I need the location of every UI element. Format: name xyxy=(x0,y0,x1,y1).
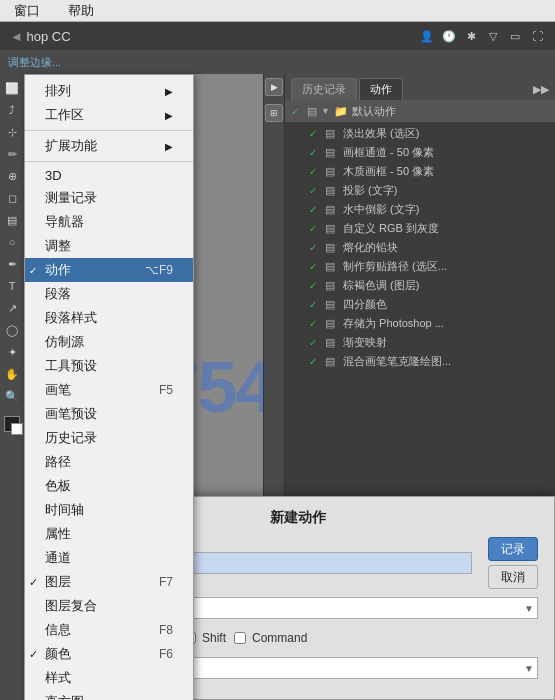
thin-btn-1[interactable]: ▶ xyxy=(265,78,283,96)
thin-btn-2[interactable]: ⊞ xyxy=(265,104,283,122)
doc-7: ▤ xyxy=(325,260,339,273)
check-7: ✓ xyxy=(309,261,321,272)
action-item-0[interactable]: ✓ ▤ 淡出效果 (选区) xyxy=(285,124,555,143)
doc-10: ▤ xyxy=(325,317,339,330)
action-item-1[interactable]: ✓ ▤ 画框通道 - 50 像素 xyxy=(285,143,555,162)
menu-help[interactable]: 帮助 xyxy=(62,0,100,22)
doc-3: ▤ xyxy=(325,184,339,197)
action-label-9: 四分颜色 xyxy=(343,297,387,312)
menu-item-paragraph-style[interactable]: 段落样式 xyxy=(25,306,193,330)
bluetooth-icon: ✱ xyxy=(463,28,479,44)
action-item-7[interactable]: ✓ ▤ 制作剪贴路径 (选区... xyxy=(285,257,555,276)
action-item-9[interactable]: ✓ ▤ 四分颜色 xyxy=(285,295,555,314)
action-label-0: 淡出效果 (选区) xyxy=(343,126,419,141)
actions-panel-header: ✓ ▤ ▼ 📁 默认动作 xyxy=(285,100,555,122)
command-checkbox-row: Command xyxy=(234,631,307,645)
menu-item-histogram[interactable]: 直方图 xyxy=(25,690,193,700)
cancel-button[interactable]: 取消 xyxy=(488,565,538,589)
tool-eraser[interactable]: ◻ xyxy=(2,188,22,208)
person-icon: 👤 xyxy=(419,28,435,44)
menu-item-channels[interactable]: 通道 xyxy=(25,546,193,570)
check-11: ✓ xyxy=(309,337,321,348)
menu-item-tool-presets[interactable]: 工具预设 xyxy=(25,354,193,378)
tool-type[interactable]: T xyxy=(2,276,22,296)
menu-item-layer-comps[interactable]: 图层复合 xyxy=(25,594,193,618)
check-9: ✓ xyxy=(309,299,321,310)
action-label-4: 水中倒影 (文字) xyxy=(343,202,419,217)
action-label-6: 熔化的铅块 xyxy=(343,240,398,255)
tab-history[interactable]: 历史记录 xyxy=(291,78,357,100)
tool-dodge[interactable]: ○ xyxy=(2,232,22,252)
tool-eyedropper[interactable]: ✦ xyxy=(2,342,22,362)
menu-item-color[interactable]: 颜色 F6 xyxy=(25,642,193,666)
app-title: ◄ hop CC xyxy=(10,29,71,44)
header-doc: ▤ xyxy=(307,105,317,118)
action-label-7: 制作剪贴路径 (选区... xyxy=(343,259,447,274)
action-item-3[interactable]: ✓ ▤ 投影 (文字) xyxy=(285,181,555,200)
action-label-11: 渐变映射 xyxy=(343,335,387,350)
menu-item-3d[interactable]: 3D xyxy=(25,165,193,186)
menu-item-timeline[interactable]: 时间轴 xyxy=(25,498,193,522)
action-item-5[interactable]: ✓ ▤ 自定义 RGB 到灰度 xyxy=(285,219,555,238)
app-header: ◄ hop CC 👤 🕐 ✱ ▽ ▭ ⛶ xyxy=(0,22,555,50)
command-checkbox[interactable] xyxy=(234,632,246,644)
menu-item-properties[interactable]: 属性 xyxy=(25,522,193,546)
action-label-10: 存储为 Photoshop ... xyxy=(343,316,444,331)
menu-item-layers[interactable]: 图层 F7 xyxy=(25,570,193,594)
menu-item-clone-source[interactable]: 仿制源 xyxy=(25,330,193,354)
tool-shape[interactable]: ◯ xyxy=(2,320,22,340)
menu-item-paths[interactable]: 路径 xyxy=(25,450,193,474)
check-4: ✓ xyxy=(309,204,321,215)
doc-4: ▤ xyxy=(325,203,339,216)
tool-path[interactable]: ↗ xyxy=(2,298,22,318)
separator-2 xyxy=(25,161,193,162)
menu-item-brush-preset[interactable]: 画笔预设 xyxy=(25,402,193,426)
tool-hand[interactable]: ✋ xyxy=(2,364,22,384)
action-item-2[interactable]: ✓ ▤ 木质画框 - 50 像素 xyxy=(285,162,555,181)
fullscreen-icon[interactable]: ⛶ xyxy=(529,28,545,44)
record-button[interactable]: 记录 xyxy=(488,537,538,561)
menu-item-actions[interactable]: ✓ 动作 ⌥F9 xyxy=(25,258,193,282)
foreground-color[interactable] xyxy=(4,416,20,432)
action-item-10[interactable]: ✓ ▤ 存储为 Photoshop ... xyxy=(285,314,555,333)
action-item-6[interactable]: ✓ ▤ 熔化的铅块 xyxy=(285,238,555,257)
header-icons: 👤 🕐 ✱ ▽ ▭ ⛶ xyxy=(419,28,545,44)
tool-crop[interactable]: ⊹ xyxy=(2,122,22,142)
action-item-8[interactable]: ✓ ▤ 棕褐色调 (图层) xyxy=(285,276,555,295)
menu-item-info[interactable]: 信息 F8 xyxy=(25,618,193,642)
menu-item-paragraph[interactable]: 段落 xyxy=(25,282,193,306)
menu-item-swatches[interactable]: 色板 xyxy=(25,474,193,498)
menu-window[interactable]: 窗口 xyxy=(8,0,46,22)
doc-12: ▤ xyxy=(325,355,339,368)
menu-item-styles[interactable]: 样式 xyxy=(25,666,193,690)
tool-pen[interactable]: ✒ xyxy=(2,254,22,274)
action-item-11[interactable]: ✓ ▤ 渐变映射 xyxy=(285,333,555,352)
tool-brush[interactable]: ✏ xyxy=(2,144,22,164)
action-item-4[interactable]: ✓ ▤ 水中倒影 (文字) xyxy=(285,200,555,219)
adjust-edge-link[interactable]: 调整边缘... xyxy=(8,55,61,70)
menu-item-brush[interactable]: 画笔 F5 xyxy=(25,378,193,402)
tool-clone[interactable]: ⊕ xyxy=(2,166,22,186)
tab-actions[interactable]: 动作 xyxy=(359,78,403,100)
tool-gradient[interactable]: ▤ xyxy=(2,210,22,230)
menu-item-measurement[interactable]: 测量记录 xyxy=(25,186,193,210)
menu-item-navigator[interactable]: 导航器 xyxy=(25,210,193,234)
menu-item-adjustments[interactable]: 调整 xyxy=(25,234,193,258)
check-5: ✓ xyxy=(309,223,321,234)
header-folder: 📁 xyxy=(334,105,348,118)
header-arrow[interactable]: ▼ xyxy=(321,106,330,116)
menu-item-history[interactable]: 历史记录 xyxy=(25,426,193,450)
tool-lasso[interactable]: ⤴ xyxy=(2,100,22,120)
check-0: ✓ xyxy=(309,128,321,139)
doc-0: ▤ xyxy=(325,127,339,140)
doc-6: ▤ xyxy=(325,241,339,254)
tool-zoom[interactable]: 🔍 xyxy=(2,386,22,406)
menu-bar: 窗口 帮助 xyxy=(0,0,555,22)
menu-item-extensions[interactable]: 扩展功能 ▶ xyxy=(25,134,193,158)
action-label-8: 棕褐色调 (图层) xyxy=(343,278,419,293)
menu-item-workspace[interactable]: 工作区 ▶ xyxy=(25,103,193,127)
menu-item-arrange[interactable]: 排列 ▶ xyxy=(25,79,193,103)
tool-select[interactable]: ⬜ xyxy=(2,78,22,98)
action-item-12[interactable]: ✓ ▤ 混合画笔笔克隆绘图... xyxy=(285,352,555,371)
panel-menu-icon[interactable]: ▶▶ xyxy=(533,83,549,96)
